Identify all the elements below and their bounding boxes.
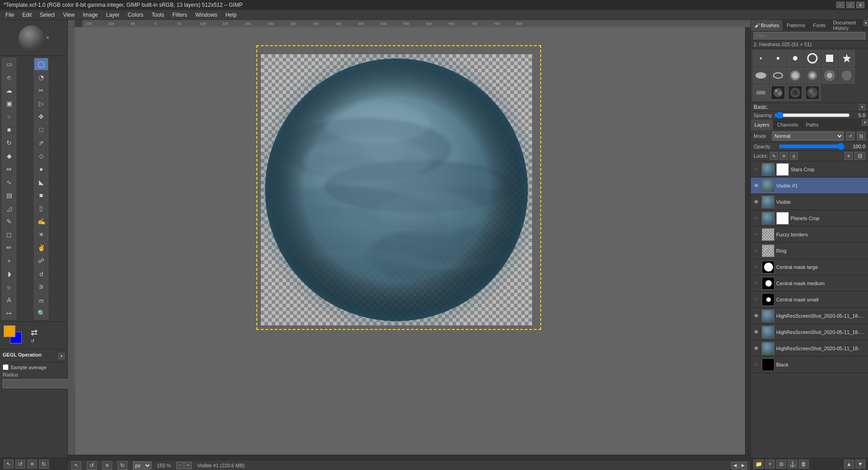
tool-color-picker[interactable]: ⚎ xyxy=(34,294,48,306)
tool-paintbrush[interactable]: ✍ xyxy=(34,215,48,228)
close-preview-icon[interactable]: ✕ xyxy=(46,35,49,40)
menu-image[interactable]: Image xyxy=(79,11,101,19)
scroll-left-btn[interactable]: ◀ xyxy=(731,462,739,469)
move-layer-up-button[interactable]: ▲ xyxy=(844,460,854,469)
opacity-slider[interactable] xyxy=(779,145,844,148)
layer-item[interactable]: 👁 Planets Crop xyxy=(751,210,868,226)
tool-options-collapse[interactable]: ▾ xyxy=(58,353,65,359)
close-button[interactable]: ✕ xyxy=(856,2,864,8)
brush-item[interactable] xyxy=(770,50,786,66)
tool-paths[interactable]: ▷ xyxy=(34,97,48,110)
foreground-color-swatch[interactable] xyxy=(4,325,15,337)
status-nav-redo[interactable]: ↻ xyxy=(118,461,127,470)
menu-help[interactable]: Help xyxy=(222,11,241,19)
menu-select[interactable]: Select xyxy=(36,11,58,19)
move-layer-down-button[interactable]: ▼ xyxy=(855,460,865,469)
canvas-vscroll[interactable] xyxy=(745,27,750,455)
tab-brushes[interactable]: 🖌 Brushes xyxy=(751,20,783,31)
lock-alpha-button[interactable]: α xyxy=(790,152,798,160)
tool-scale[interactable]: ⇗ xyxy=(34,136,48,149)
duplicate-layer-button[interactable]: ⧉ xyxy=(776,460,786,469)
lock-position-button[interactable]: ✛ xyxy=(780,152,788,160)
menu-windows[interactable]: Windows xyxy=(192,11,221,19)
tool-eraser[interactable]: ◻ xyxy=(2,228,16,241)
status-unit-select[interactable]: px in mm xyxy=(133,461,151,470)
layer-visibility-toggle[interactable]: 👁 xyxy=(753,231,760,238)
tool-by-color-select[interactable]: ☁ xyxy=(2,84,16,97)
status-nav-cancel[interactable]: ✕ xyxy=(102,461,112,470)
delete-layer-button[interactable]: 🗑 xyxy=(799,460,809,469)
tool-free-select[interactable]: ⎋ xyxy=(2,71,16,84)
layer-visibility-toggle[interactable]: 👁 xyxy=(753,312,760,320)
tool-handle-transform[interactable]: ◣ xyxy=(34,176,48,188)
nav-undo-button[interactable]: ↺ xyxy=(15,460,25,469)
tab-channels[interactable]: Channels xyxy=(774,119,802,130)
tool-transform-3d[interactable]: ● xyxy=(34,163,48,175)
status-nav-reset[interactable]: ↖ xyxy=(71,461,81,470)
layer-visibility-toggle[interactable]: 👁 xyxy=(753,182,760,189)
menu-file[interactable]: File xyxy=(2,11,18,19)
layer-item[interactable]: 👁 Visible xyxy=(751,194,868,210)
brush-item[interactable] xyxy=(839,50,855,66)
brush-item[interactable] xyxy=(787,50,803,66)
tool-flip[interactable]: ⇔ xyxy=(2,163,16,175)
brush-item[interactable] xyxy=(753,67,769,84)
layer-visibility-toggle[interactable]: 👁 xyxy=(753,166,760,173)
brush-item[interactable] xyxy=(804,67,821,84)
tool-rotate[interactable]: ↻ xyxy=(2,136,16,149)
layer-item[interactable]: 👁 Central mask small xyxy=(751,291,868,308)
brush-item[interactable] xyxy=(821,50,838,66)
brush-item[interactable] xyxy=(839,67,855,84)
nav-cancel-button[interactable]: ✕ xyxy=(27,460,37,469)
layer-visibility-toggle[interactable]: 👁 xyxy=(753,345,760,352)
tool-gradient[interactable]: ▯ xyxy=(34,202,48,215)
brush-item[interactable] xyxy=(770,67,786,84)
menu-view[interactable]: View xyxy=(59,11,78,19)
canvas-viewport[interactable] xyxy=(75,27,745,455)
tab-paths[interactable]: Paths xyxy=(802,119,823,130)
layers-panel-collapse[interactable]: ▾ xyxy=(862,119,868,126)
radius-input[interactable]: 3 xyxy=(3,379,70,388)
layer-item[interactable]: 👁 Stars Crop xyxy=(751,161,868,178)
layer-item[interactable]: 👁 Ring xyxy=(751,243,868,259)
tool-pencil[interactable]: ✎ xyxy=(2,215,16,228)
menu-tools[interactable]: Tools xyxy=(148,11,168,19)
reset-colors-icon[interactable]: ↺ xyxy=(31,338,38,343)
tool-mypaints[interactable]: ✌ xyxy=(34,241,48,254)
brush-item[interactable] xyxy=(787,85,803,101)
layer-visibility-toggle[interactable]: 👁 xyxy=(753,296,760,303)
tool-cage-transform[interactable]: ▤ xyxy=(2,189,16,202)
tool-foreground-select[interactable]: ▣ xyxy=(2,97,16,110)
tool-perspective[interactable]: ◇ xyxy=(34,150,48,162)
brush-item[interactable] xyxy=(753,50,769,66)
scroll-right-btn[interactable]: ▶ xyxy=(740,462,747,469)
layer-visibility-toggle[interactable]: 👁 xyxy=(753,215,760,222)
tool-unified-transform[interactable]: ■ xyxy=(34,189,48,202)
mode-chain-button[interactable]: ⛓ xyxy=(857,132,865,140)
layer-item[interactable]: 👁 Central mask large xyxy=(751,259,868,275)
tool-desaturate[interactable]: ⚞ xyxy=(34,281,48,293)
layer-item[interactable]: 👁 Visible #1 xyxy=(751,178,868,194)
brush-panel-collapse[interactable]: ▾ xyxy=(863,20,868,26)
layer-item[interactable]: 👁 Black xyxy=(751,357,868,373)
swap-colors-icon[interactable]: ⇄ xyxy=(31,328,38,338)
tool-dodge-burn[interactable]: ☼ xyxy=(2,281,16,293)
menu-layer[interactable]: Layer xyxy=(103,11,123,19)
layer-visibility-toggle[interactable]: 👁 xyxy=(753,329,760,336)
layers-list[interactable]: 👁 Stars Crop 👁 Visible #1 👁 Visible xyxy=(751,161,868,458)
tab-patterns[interactable]: Patterns xyxy=(783,20,809,31)
nav-reset-button[interactable]: ↖ xyxy=(4,460,14,469)
chain-layers-button[interactable]: ⛓ xyxy=(854,152,865,160)
tool-align[interactable]: ■ xyxy=(2,123,16,136)
tool-convolve[interactable]: ☌ xyxy=(34,268,48,280)
tool-smudge[interactable]: ◗ xyxy=(2,268,16,280)
layer-item[interactable]: 👁 Fuzzy borders xyxy=(751,226,868,243)
tool-airbrush[interactable]: ☀ xyxy=(34,228,48,241)
sample-average-checkbox[interactable] xyxy=(3,364,9,370)
layer-visibility-toggle[interactable]: 👁 xyxy=(753,280,760,287)
zoom-out-btn[interactable]: − xyxy=(176,462,184,469)
tool-fuzzy-select[interactable]: ◔ xyxy=(34,71,48,84)
nav-redo-button[interactable]: ↻ xyxy=(39,460,49,469)
maximize-button[interactable]: □ xyxy=(846,2,854,8)
brush-item[interactable] xyxy=(821,67,838,84)
